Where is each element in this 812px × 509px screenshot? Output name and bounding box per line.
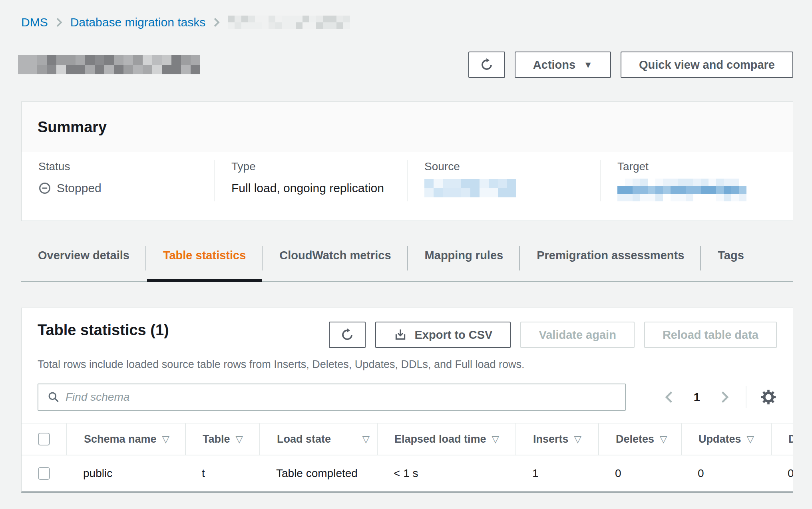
column-label: D <box>788 433 793 445</box>
summary-source-column: Source <box>407 160 600 201</box>
quick-view-compare-label: Quick view and compare <box>639 58 775 72</box>
sort-icon: ▽ <box>747 433 754 445</box>
chevron-left-icon <box>663 390 675 404</box>
table-statistics-panel: Table statistics (1) Export to CSV Valid… <box>21 308 793 493</box>
status-label: Status <box>38 160 197 173</box>
column-label: Schema name <box>84 433 157 445</box>
preferences-button[interactable] <box>760 389 777 406</box>
task-detail-tabs: Overview details Table statistics CloudW… <box>21 235 793 282</box>
sort-icon: ▽ <box>236 433 243 445</box>
column-header-elapsed-load-time[interactable]: Elapsed load time ▽ <box>377 424 515 455</box>
column-label: Deletes <box>616 433 654 445</box>
tab-cloudwatch-metrics[interactable]: CloudWatch metrics <box>263 235 408 281</box>
refresh-button[interactable] <box>468 52 505 78</box>
table-statistics-header: Table statistics (1) Export to CSV Valid… <box>22 308 793 348</box>
refresh-icon <box>340 328 354 342</box>
dms-task-detail-page: DMS Database migration tasks Actions ▼ Q… <box>0 0 812 493</box>
summary-status-column: Status Stopped <box>22 160 214 201</box>
cell-table: t <box>185 455 259 491</box>
column-header-table[interactable]: Table ▽ <box>185 424 259 455</box>
table-statistics-description: Total rows include loaded source table r… <box>22 348 793 371</box>
export-to-csv-button[interactable]: Export to CSV <box>375 322 511 348</box>
target-label: Target <box>617 160 776 173</box>
breadcrumb: DMS Database migration tasks <box>21 14 793 31</box>
breadcrumb-link-dms[interactable]: DMS <box>21 16 48 29</box>
sort-icon: ▽ <box>492 433 499 445</box>
tab-premigration-assessments[interactable]: Premigration assessments <box>520 235 701 281</box>
cell-elapsed-load-time: < 1 s <box>377 455 515 491</box>
summary-type-column: Type Full load, ongoing replication <box>214 160 407 201</box>
column-header-ddls-clipped[interactable]: D <box>771 424 793 455</box>
export-to-csv-label: Export to CSV <box>414 328 492 342</box>
page-header: Actions ▼ Quick view and compare <box>21 51 793 78</box>
summary-target-column: Target <box>600 160 793 201</box>
tab-tags[interactable]: Tags <box>701 235 761 281</box>
redacted-target-endpoint-link[interactable] <box>617 179 746 201</box>
chevron-right-icon <box>55 17 63 28</box>
breadcrumb-link-migration-tasks[interactable]: Database migration tasks <box>70 16 206 29</box>
select-all-checkbox[interactable] <box>38 433 50 445</box>
column-label: Load state <box>277 433 331 445</box>
reload-table-data-button[interactable]: Reload table data <box>644 322 777 348</box>
redacted-source-endpoint-link[interactable] <box>424 179 516 197</box>
row-checkbox[interactable] <box>38 467 50 480</box>
column-header-schema-name[interactable]: Schema name ▽ <box>66 424 185 455</box>
gear-icon <box>760 389 777 406</box>
previous-page-button[interactable] <box>663 390 675 404</box>
quick-view-compare-button[interactable]: Quick view and compare <box>621 52 793 78</box>
pagination-divider <box>746 386 746 408</box>
column-header-load-state[interactable]: Load state ▽ <box>259 424 377 455</box>
breadcrumb-redacted-task-name <box>228 16 350 29</box>
actions-button[interactable]: Actions ▼ <box>515 52 611 78</box>
sort-icon: ▽ <box>574 433 581 445</box>
cell-load-state: Table completed <box>259 455 377 491</box>
column-header-deletes[interactable]: Deletes ▽ <box>598 424 681 455</box>
type-label: Type <box>231 160 390 173</box>
chevron-right-icon <box>718 390 730 404</box>
row-checkbox-cell <box>22 455 66 491</box>
redacted-page-title <box>18 55 200 74</box>
column-header-inserts[interactable]: Inserts ▽ <box>515 424 598 455</box>
reload-table-data-label: Reload table data <box>663 328 758 342</box>
pagination: 1 <box>663 386 777 408</box>
search-icon <box>47 391 60 404</box>
summary-panel: Summary Status Stopped Type Full load, o… <box>21 101 793 221</box>
table-statistics-grid: Schema name ▽ Table ▽ Load state ▽ Elaps… <box>22 423 793 491</box>
find-schema-input[interactable] <box>38 384 626 411</box>
column-header-updates[interactable]: Updates ▽ <box>681 424 771 455</box>
tab-table-statistics[interactable]: Table statistics <box>146 235 263 281</box>
next-page-button[interactable] <box>718 390 730 404</box>
refresh-icon <box>480 58 494 72</box>
table-refresh-button[interactable] <box>329 322 366 348</box>
cell-schema-name: public <box>66 455 185 491</box>
column-label: Table <box>203 433 230 445</box>
sort-icon: ▽ <box>162 433 169 445</box>
status-text: Stopped <box>57 181 102 195</box>
column-label: Inserts <box>533 433 569 445</box>
source-label: Source <box>424 160 583 173</box>
type-value: Full load, ongoing replication <box>231 179 390 198</box>
table-statistics-title: Table statistics (1) <box>38 322 169 339</box>
cell-ddls-clipped: 0 <box>771 455 793 491</box>
download-icon <box>394 328 407 342</box>
chevron-right-icon <box>213 17 221 28</box>
tab-overview-details[interactable]: Overview details <box>21 235 146 281</box>
caret-down-icon: ▼ <box>583 60 593 70</box>
sort-icon: ▽ <box>660 433 667 445</box>
summary-title: Summary <box>38 119 777 136</box>
tab-mapping-rules[interactable]: Mapping rules <box>408 235 520 281</box>
column-label: Elapsed load time <box>394 433 486 445</box>
current-page-number: 1 <box>694 391 700 404</box>
column-label: Updates <box>699 433 741 445</box>
summary-body: Status Stopped Type Full load, ongoing r… <box>22 152 793 221</box>
actions-button-label: Actions <box>533 58 575 72</box>
cell-deletes: 0 <box>598 455 681 491</box>
validate-again-button[interactable]: Validate again <box>520 322 634 348</box>
stopped-minus-circle-icon <box>38 182 51 195</box>
sort-icon: ▽ <box>362 433 370 445</box>
table-controls: 1 <box>22 371 793 411</box>
cell-updates: 0 <box>681 455 771 491</box>
summary-panel-header: Summary <box>22 102 793 152</box>
schema-search-box <box>38 384 626 411</box>
table-statistics-actions: Export to CSV Validate again Reload tabl… <box>329 322 777 348</box>
